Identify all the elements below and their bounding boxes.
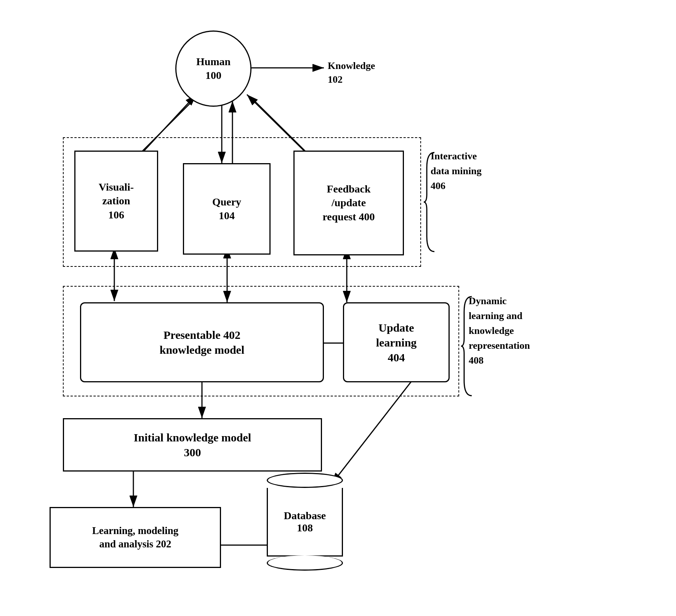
human-node: Human 100 bbox=[175, 30, 251, 107]
presentable-node: Presentable 402 knowledge model bbox=[80, 302, 324, 382]
cylinder-body: Database 108 bbox=[267, 488, 343, 557]
human-label: Human 100 bbox=[196, 55, 231, 83]
database-node: Database 108 bbox=[267, 473, 343, 571]
database-label: Database 108 bbox=[284, 510, 326, 534]
learning-modeling-node: Learning, modeling and analysis 202 bbox=[50, 507, 221, 568]
query-node: Query 104 bbox=[183, 163, 271, 255]
cylinder-bottom bbox=[267, 555, 343, 571]
knowledge-label: Knowledge 102 bbox=[328, 59, 375, 87]
presentable-label: Presentable 402 knowledge model bbox=[160, 327, 245, 357]
query-label: Query 104 bbox=[212, 195, 241, 223]
initial-knowledge-label: Initial knowledge model 300 bbox=[134, 430, 251, 460]
svg-line-16 bbox=[332, 381, 412, 484]
dynamic-label: Dynamic learning and knowledge represent… bbox=[469, 294, 530, 368]
interactive-label: Interactive data mining 406 bbox=[431, 149, 482, 193]
initial-knowledge-node: Initial knowledge model 300 bbox=[63, 418, 322, 472]
feedback-label: Feedback /update request 400 bbox=[322, 182, 375, 224]
cylinder-top bbox=[267, 473, 343, 488]
visualization-label: Visuali- zation 106 bbox=[99, 180, 134, 222]
update-learning-node: Update learning 404 bbox=[343, 302, 450, 382]
learning-modeling-label: Learning, modeling and analysis 202 bbox=[92, 524, 179, 551]
feedback-node: Feedback /update request 400 bbox=[293, 151, 404, 255]
visualization-node: Visuali- zation 106 bbox=[74, 151, 158, 252]
update-learning-label: Update learning 404 bbox=[376, 320, 417, 365]
